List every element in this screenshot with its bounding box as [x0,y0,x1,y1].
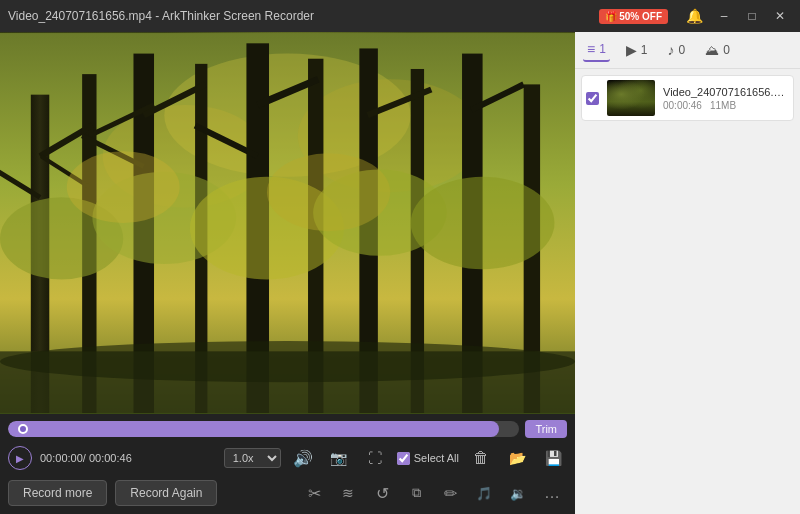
panel-content: Video_240707161656.mp4 00:00:46 11MB [575,69,800,514]
media-filename: Video_240707161656.mp4 [663,86,789,98]
tab-image[interactable]: ⛰ 0 [701,39,734,61]
select-all-label[interactable]: Select All [397,452,459,465]
folder-open-icon[interactable]: 📂 [503,444,531,472]
panel-tabs: ≡ 1 ▶ 1 ♪ 0 ⛰ 0 [575,32,800,69]
volume-down-tool-icon[interactable]: 🎵 [469,478,499,508]
svg-point-29 [67,151,180,223]
media-meta: 00:00:46 11MB [663,100,789,111]
tab-audio-count: 0 [679,43,686,57]
forest-scene [0,32,575,414]
select-all-checkbox[interactable] [397,452,410,465]
svg-point-28 [411,177,555,269]
copy-tool-icon[interactable]: ⧉ [401,478,431,508]
title-bar: Video_240707161656.mp4 - ArkThinker Scre… [0,0,800,32]
tool-icons: ✂ ≋ ↺ ⧉ ✏ 🎵 🔉 … [299,478,567,508]
audio-mix-tool-icon[interactable]: ≋ [333,478,363,508]
close-button[interactable]: ✕ [768,4,792,28]
media-size: 11MB [710,100,736,111]
list-tab-icon: ≡ [587,41,595,57]
record-again-button[interactable]: Record Again [115,480,217,506]
timeline-thumb[interactable] [18,424,28,434]
time-display: 00:00:00/ 00:00:46 [40,452,132,464]
controls-bar: Trim ▶ 00:00:00/ 00:00:46 1.0x 0.5x 0.75… [0,414,575,514]
cut-tool-icon[interactable]: ✂ [299,478,329,508]
volume-up-tool-icon[interactable]: 🔉 [503,478,533,508]
media-duration: 00:00:46 [663,100,702,111]
media-info: Video_240707161656.mp4 00:00:46 11MB [663,86,789,111]
svg-point-30 [267,153,390,231]
volume-icon[interactable]: 🔊 [289,444,317,472]
action-row: Record more Record Again ✂ ≋ ↺ ⧉ ✏ 🎵 🔉 … [8,478,567,508]
maximize-button[interactable]: □ [740,4,764,28]
media-thumbnail [607,80,655,116]
video-frame [0,32,575,414]
audio-tab-icon: ♪ [668,42,675,58]
more-tool-icon[interactable]: … [537,478,567,508]
timeline-fill [8,421,499,437]
tab-video-count: 1 [641,43,648,57]
tab-list-count: 1 [599,42,606,56]
video-tab-icon: ▶ [626,42,637,58]
play-button[interactable]: ▶ [8,446,32,470]
tab-image-count: 0 [723,43,730,57]
right-panel: ≡ 1 ▶ 1 ♪ 0 ⛰ 0 [575,32,800,514]
timeline-row: Trim [8,420,567,438]
loop-tool-icon[interactable]: ↺ [367,478,397,508]
tab-video[interactable]: ▶ 1 [622,39,652,61]
minimize-button[interactable]: – [712,4,736,28]
record-more-button[interactable]: Record more [8,480,107,506]
fullscreen-icon[interactable]: ⛶ [361,444,389,472]
image-tab-icon: ⛰ [705,42,719,58]
main-layout: Trim ▶ 00:00:00/ 00:00:46 1.0x 0.5x 0.75… [0,32,800,514]
tab-audio[interactable]: ♪ 0 [664,39,690,61]
playback-row: ▶ 00:00:00/ 00:00:46 1.0x 0.5x 0.75x 1.2… [8,444,567,472]
window-controls: 50% OFF 🔔 – □ ✕ [599,0,792,32]
media-item: Video_240707161656.mp4 00:00:46 11MB [581,75,794,121]
video-player[interactable] [0,32,575,414]
snapshot-icon[interactable]: 📷 [325,444,353,472]
save-icon[interactable]: 💾 [539,444,567,472]
thumb-preview [607,80,655,116]
media-item-checkbox[interactable] [586,92,599,105]
edit-tool-icon[interactable]: ✏ [435,478,465,508]
timeline-track[interactable] [8,421,519,437]
video-area: Trim ▶ 00:00:00/ 00:00:46 1.0x 0.5x 0.75… [0,32,575,514]
delete-icon[interactable]: 🗑 [467,444,495,472]
bell-icon[interactable]: 🔔 [680,2,708,30]
tab-list[interactable]: ≡ 1 [583,38,610,62]
speed-select[interactable]: 1.0x 0.5x 0.75x 1.25x 1.5x 2.0x [224,448,281,468]
promo-badge[interactable]: 50% OFF [599,9,668,24]
svg-point-32 [0,341,575,382]
trim-button[interactable]: Trim [525,420,567,438]
